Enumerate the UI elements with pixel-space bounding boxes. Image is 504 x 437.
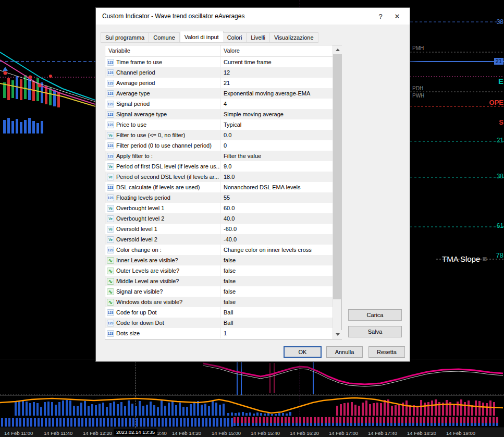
param-row[interactable]: 123Time frame to useCurrent time frame — [105, 57, 333, 67]
table-scrollbar[interactable] — [333, 45, 341, 339]
time-axis-label: 14 Feb 11:40 — [44, 430, 72, 436]
param-row[interactable]: VeFilter to use (<= 0, no filter)0.0 — [105, 130, 333, 140]
param-name: Signal period — [116, 101, 150, 107]
param-row[interactable]: VeOversold level 1-60.0 — [105, 224, 333, 234]
param-name-cell: VeOversold level 1 — [105, 224, 220, 234]
sell-dot — [4, 71, 7, 75]
param-name-cell: 123Price to use — [105, 119, 220, 130]
param-row[interactable]: VeOversold level 2-40.0 — [105, 234, 333, 245]
param-value[interactable]: false — [220, 255, 333, 265]
param-value[interactable]: 21 — [220, 78, 333, 88]
param-name-cell: 123Signal period — [105, 99, 220, 109]
tab-visualizzazione[interactable]: Visualizzazione — [270, 32, 318, 43]
param-name: Code for up Dot — [116, 309, 157, 315]
param-value[interactable]: 18.0 — [220, 172, 333, 182]
integer-param-icon: 123 — [107, 101, 114, 107]
ok-button[interactable]: OK — [284, 346, 322, 358]
param-name: Signal are visible? — [116, 288, 163, 295]
param-row[interactable]: VeOverbought level 160.0 — [105, 203, 333, 213]
scroll-down-button[interactable] — [333, 330, 342, 339]
param-value[interactable]: 4 — [220, 99, 333, 109]
param-row[interactable]: 123Average period21 — [105, 78, 333, 88]
param-value[interactable]: Change color on inner levels cross — [220, 245, 333, 255]
param-value[interactable]: 0.0 — [220, 130, 333, 140]
help-button[interactable]: ? — [372, 9, 389, 23]
param-name: Oversold level 2 — [116, 236, 157, 242]
param-name-cell: 123Apply filter to : — [105, 151, 220, 161]
param-value[interactable]: -40.0 — [220, 234, 333, 245]
carica-button[interactable]: Carica — [348, 309, 402, 321]
resetta-button[interactable]: Resetta — [368, 346, 405, 358]
param-row[interactable]: VeOverbought level 240.0 — [105, 213, 333, 224]
close-button[interactable]: ✕ — [389, 9, 405, 23]
param-value[interactable]: -60.0 — [220, 224, 333, 234]
tab-colori[interactable]: Colori — [223, 32, 247, 43]
buy-arrow — [3, 67, 8, 71]
up-arrow-icon — [336, 48, 340, 51]
param-value[interactable]: Ball — [220, 318, 333, 328]
param-value[interactable]: 12 — [220, 67, 333, 78]
param-row[interactable]: 123Color change on :Change color on inne… — [105, 245, 333, 255]
param-value[interactable]: false — [220, 297, 333, 307]
param-row[interactable]: 123Average typeExponential moving averag… — [105, 88, 333, 99]
param-value[interactable]: false — [220, 286, 333, 297]
param-row[interactable]: 123Apply filter to :Filter the value — [105, 151, 333, 161]
param-value[interactable]: 1 — [220, 328, 333, 338]
tab-sul-programma[interactable]: Sul programma — [101, 32, 149, 43]
annulla-button[interactable]: Annulla — [326, 346, 363, 358]
param-value[interactable]: Current time frame — [220, 57, 333, 67]
param-row[interactable]: ∿Middle Level are visible?false — [105, 276, 333, 286]
param-name: Oversold level 1 — [116, 226, 157, 232]
time-axis-label: 14 Feb 16:20 — [290, 430, 319, 436]
ma-line-magenta — [0, 60, 95, 104]
scroll-up-button[interactable] — [333, 45, 342, 54]
sell-dot — [49, 75, 52, 78]
param-value[interactable]: false — [220, 265, 333, 276]
param-row[interactable]: 123Price to useTypical — [105, 119, 333, 130]
param-row[interactable]: 123Floating levels period55 — [105, 192, 333, 203]
param-row[interactable]: 123Filter period (0 to use channel perio… — [105, 140, 333, 151]
param-row[interactable]: 123Dots size1 — [105, 328, 333, 338]
param-value[interactable]: Ball — [220, 307, 333, 318]
param-name-cell: VeOverbought level 2 — [105, 213, 220, 224]
param-value[interactable]: 0 — [220, 140, 333, 151]
integer-param-icon: 123 — [107, 142, 114, 149]
param-value[interactable]: Simple moving average — [220, 109, 333, 119]
param-row[interactable]: 123DSL calculate (if levels are used)Non… — [105, 182, 333, 192]
param-value[interactable]: Filter the value — [220, 151, 333, 161]
table-rows: 123Time frame to useCurrent time frame12… — [105, 57, 333, 338]
salva-button[interactable]: Salva — [348, 326, 402, 337]
param-row[interactable]: 123Code for up DotBall — [105, 307, 333, 318]
tab-valori-di-input[interactable]: Valori di input — [180, 31, 224, 43]
param-row[interactable]: VePeriod of second DSL level (if levels … — [105, 172, 333, 182]
param-value[interactable]: Nonanchored DSL EMA levels — [220, 182, 333, 192]
dialog-titlebar[interactable]: Custom Indicator - Wave trend oscillator… — [96, 8, 410, 25]
param-value[interactable]: 60.0 — [220, 203, 333, 213]
param-value[interactable]: false — [220, 276, 333, 286]
time-axis-label: 14 Feb 15:00 — [212, 430, 241, 436]
param-row[interactable]: ∿Windows dots are visible?false — [105, 297, 333, 307]
param-value[interactable]: 55 — [220, 192, 333, 203]
integer-param-icon: 123 — [107, 111, 114, 118]
param-row[interactable]: 123Channel period12 — [105, 67, 333, 78]
param-row[interactable]: ∿Signal are visible?false — [105, 286, 333, 297]
param-row[interactable]: ∿Outer Levels are visible?false — [105, 265, 333, 276]
tab-comune[interactable]: Comune — [149, 32, 180, 43]
param-value[interactable]: 9.0 — [220, 161, 333, 172]
param-row[interactable]: 123Signal period4 — [105, 99, 333, 109]
param-row[interactable]: ∿Inner Levels are visible?false — [105, 255, 333, 265]
param-row[interactable]: VePeriod of first DSL level (if levels a… — [105, 161, 333, 172]
param-name-cell: 123Code for down Dot — [105, 318, 220, 328]
scrollbar-thumb[interactable] — [333, 54, 342, 299]
integer-param-icon: 123 — [107, 320, 114, 326]
param-value[interactable]: 40.0 — [220, 213, 333, 224]
param-row[interactable]: 123Code for down DotBall — [105, 318, 333, 328]
tab-livelli[interactable]: Livelli — [247, 32, 270, 43]
boolean-param-icon: ∿ — [107, 288, 114, 295]
param-name-cell: ∿Windows dots are visible? — [105, 297, 220, 307]
time-axis[interactable]: 14 Feb 11:0014 Feb 11:4014 Feb 12:2014 F… — [0, 428, 504, 437]
param-row[interactable]: 123Signal average typeSimple moving aver… — [105, 109, 333, 119]
param-value[interactable]: Exponential moving average-EMA — [220, 88, 333, 99]
sell-dot — [38, 84, 42, 88]
param-value[interactable]: Typical — [220, 119, 333, 130]
